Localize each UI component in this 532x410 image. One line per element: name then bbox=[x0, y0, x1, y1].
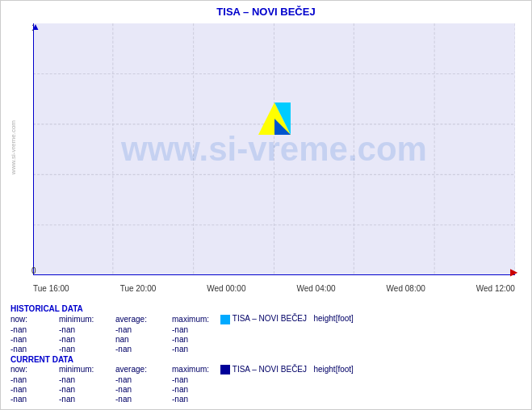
c-row1-avg: -nan bbox=[115, 385, 172, 394]
x-axis-line bbox=[33, 274, 515, 275]
h-row0-min: -nan bbox=[59, 325, 115, 334]
current-header-min: minimum: bbox=[59, 365, 115, 374]
c-row0-max: -nan bbox=[172, 375, 220, 384]
x-axis-labels: Tue 16:00 Tue 20:00 Wed 00:00 Wed 04:00 … bbox=[33, 284, 515, 293]
current-header-row: now: minimum: average: maximum: TISA – N… bbox=[10, 365, 522, 374]
x-label-4: Wed 08:00 bbox=[387, 284, 425, 293]
c-row2-now: -nan bbox=[10, 395, 59, 404]
x-axis-arrow: ▶ bbox=[510, 266, 517, 278]
historical-header-avg: average: bbox=[115, 315, 172, 324]
historical-header-station: TISA – NOVI BEČEJ height[foot] bbox=[220, 314, 354, 324]
c-row2-min: -nan bbox=[59, 395, 115, 404]
historical-row-1: -nan -nan nan -nan bbox=[10, 335, 522, 344]
historical-section-title: HISTORICAL DATA bbox=[10, 304, 522, 313]
chart-area: www.si-vreme.com 1 bbox=[9, 19, 523, 299]
current-legend-box bbox=[220, 365, 230, 374]
y-axis-bottom: 0 bbox=[31, 266, 36, 275]
chart-background: www.si-vreme.com bbox=[33, 23, 515, 275]
chart-title: TISA – NOVI BEČEJ bbox=[1, 1, 531, 19]
historical-legend-label: height[foot] bbox=[313, 314, 353, 323]
c-row1-max: -nan bbox=[172, 385, 220, 394]
current-legend-label: height[foot] bbox=[313, 365, 353, 374]
current-header-max: maximum: bbox=[172, 365, 220, 374]
historical-station-name: TISA – NOVI BEČEJ bbox=[232, 314, 307, 323]
c-row1-min: -nan bbox=[59, 385, 115, 394]
historical-row-2: -nan -nan -nan -nan bbox=[10, 345, 522, 354]
c-row2-avg: -nan bbox=[115, 395, 172, 404]
historical-row-0: -nan -nan -nan -nan bbox=[10, 325, 522, 334]
chart-svg bbox=[33, 23, 515, 275]
historical-legend-box bbox=[220, 315, 230, 324]
logo-icon bbox=[257, 101, 292, 138]
h-row1-max: -nan bbox=[172, 335, 220, 344]
y-axis-arrow: ▲ bbox=[31, 21, 40, 32]
h-row0-now: -nan bbox=[10, 325, 59, 334]
current-row-1: -nan -nan -nan -nan bbox=[10, 385, 522, 394]
h-row1-min: -nan bbox=[59, 335, 115, 344]
historical-header-min: minimum: bbox=[59, 315, 115, 324]
historical-header-now: now: bbox=[10, 315, 59, 324]
x-label-2: Wed 00:00 bbox=[207, 284, 245, 293]
c-row1-now: -nan bbox=[10, 385, 59, 394]
h-row2-avg: -nan bbox=[115, 345, 172, 354]
current-row-0: -nan -nan -nan -nan bbox=[10, 375, 522, 384]
current-station-name: TISA – NOVI BEČEJ bbox=[232, 365, 307, 374]
main-container: TISA – NOVI BEČEJ www.si-vreme.com 1 bbox=[0, 0, 532, 410]
h-row2-max: -nan bbox=[172, 345, 220, 354]
h-row0-max: -nan bbox=[172, 325, 220, 334]
historical-header-row: now: minimum: average: maximum: TISA – N… bbox=[10, 314, 522, 324]
historical-header-max: maximum: bbox=[172, 315, 220, 324]
c-row0-min: -nan bbox=[59, 375, 115, 384]
x-label-1: Tue 20:00 bbox=[120, 284, 157, 293]
h-row1-now: -nan bbox=[10, 335, 59, 344]
current-row-2: -nan -nan -nan -nan bbox=[10, 395, 522, 404]
c-row0-now: -nan bbox=[10, 375, 59, 384]
h-row2-now: -nan bbox=[10, 345, 59, 354]
c-row2-max: -nan bbox=[172, 395, 220, 404]
current-header-station: TISA – NOVI BEČEJ height[foot] bbox=[220, 365, 354, 374]
data-table: HISTORICAL DATA now: minimum: average: m… bbox=[1, 299, 531, 409]
h-row0-avg: -nan bbox=[115, 325, 172, 334]
x-label-5: Wed 12:00 bbox=[476, 284, 515, 293]
side-label: www.si-vreme.com bbox=[10, 120, 17, 174]
y-axis-line bbox=[33, 23, 34, 275]
x-label-0: Tue 16:00 bbox=[33, 284, 69, 293]
h-row2-min: -nan bbox=[59, 345, 115, 354]
x-label-3: Wed 04:00 bbox=[296, 284, 335, 293]
current-header-now: now: bbox=[10, 365, 59, 374]
c-row0-avg: -nan bbox=[115, 375, 172, 384]
current-section-title: CURRENT DATA bbox=[10, 355, 522, 364]
current-header-avg: average: bbox=[115, 365, 172, 374]
h-row1-avg: nan bbox=[115, 335, 172, 344]
